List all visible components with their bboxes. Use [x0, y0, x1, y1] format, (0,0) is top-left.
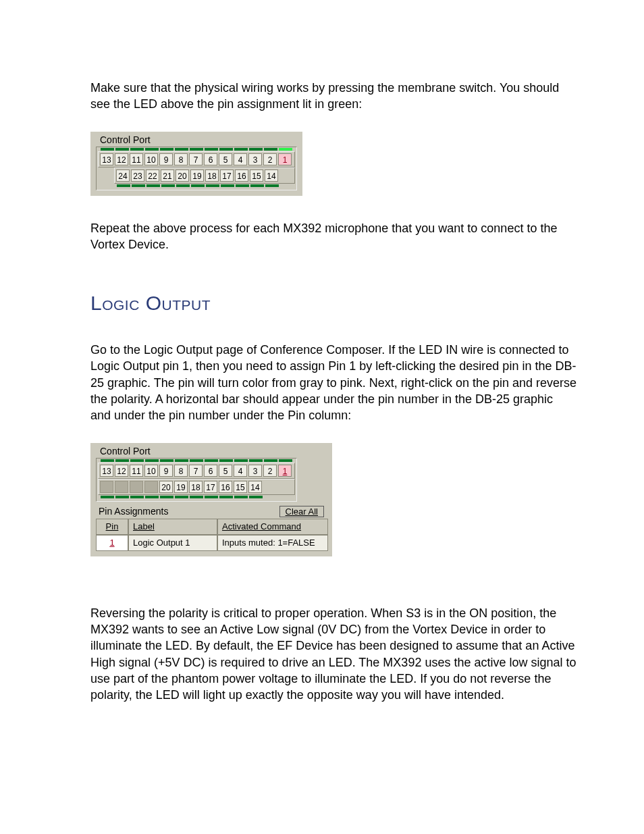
pin-12: 12 — [115, 153, 128, 165]
pin-row-bottom: 2423222120191817161514 — [114, 167, 295, 184]
led-indicator — [145, 459, 159, 462]
led-indicator — [234, 496, 248, 498]
led-indicator — [205, 148, 218, 151]
pin-19: 19 — [174, 481, 188, 493]
pin-11: 11 — [130, 153, 143, 165]
pin-1: 1 — [278, 153, 292, 165]
pin-14: 14 — [265, 170, 278, 182]
db25-connector: 13121110987654321 20191817161514 — [96, 458, 297, 502]
column-activated-command: Activated Command Inputs muted: 1=FALSE — [217, 519, 328, 551]
led-indicator — [175, 148, 188, 151]
cell-pin: 1 — [96, 535, 128, 551]
pin-5: 5 — [219, 465, 232, 477]
pin-4: 4 — [234, 153, 247, 165]
pin-16: 16 — [219, 481, 232, 493]
control-port-title: Control Port — [96, 134, 297, 145]
led-indicator — [175, 496, 188, 498]
led-indicator — [219, 148, 233, 151]
pin-20: 20 — [176, 170, 189, 182]
led-indicator — [130, 148, 144, 151]
led-row-bottom — [98, 496, 295, 498]
led-indicator — [175, 459, 188, 462]
pin-10: 10 — [144, 153, 158, 165]
pin-22: 22 — [146, 170, 159, 182]
pin-23: 23 — [131, 170, 144, 182]
column-label: Label Logic Output 1 — [128, 519, 217, 551]
pin-17: 17 — [204, 481, 217, 493]
pin-13: 13 — [100, 465, 113, 477]
led-indicator — [250, 184, 264, 187]
led-indicator — [205, 496, 218, 498]
led-indicator — [249, 459, 263, 462]
led-indicator — [161, 184, 175, 187]
pin-1: 1 — [278, 465, 292, 477]
led-indicator — [101, 148, 114, 151]
led-indicator — [160, 459, 173, 462]
led-indicator — [206, 184, 219, 187]
led-indicator — [205, 459, 218, 462]
pin-blank — [144, 481, 158, 493]
pin-4: 4 — [234, 465, 247, 477]
pin-24: 24 — [116, 170, 130, 182]
led-indicator — [264, 459, 277, 462]
pin-15: 15 — [234, 481, 247, 493]
pin-8: 8 — [174, 153, 188, 165]
control-port-figure-2: Control Port 13121110987654321 201918171… — [90, 443, 332, 556]
led-indicator — [264, 148, 277, 151]
pin-9: 9 — [159, 153, 173, 165]
led-indicator — [117, 184, 130, 187]
paragraph-intro-1: Make sure that the physical wiring works… — [90, 80, 576, 113]
pin-assignments-label: Pin Assignments — [99, 506, 169, 517]
led-indicator — [279, 148, 292, 151]
pin-7: 7 — [189, 153, 203, 165]
pin-7: 7 — [189, 465, 203, 477]
pin-blank — [115, 481, 128, 493]
pin-20: 20 — [159, 481, 173, 493]
led-indicator — [176, 184, 190, 187]
led-indicator — [191, 184, 205, 187]
cell-label: Logic Output 1 — [128, 535, 217, 551]
pin-5: 5 — [219, 153, 232, 165]
led-indicator — [145, 148, 159, 151]
clear-all-button[interactable]: Clear All — [279, 506, 324, 517]
pin-21: 21 — [161, 170, 174, 182]
led-indicator — [190, 148, 203, 151]
paragraph-logic-2: Reversing the polarity is critical to pr… — [90, 605, 576, 704]
led-indicator — [130, 459, 144, 462]
logic-output-heading: Logic Output — [90, 292, 576, 315]
pin-3: 3 — [248, 465, 262, 477]
pin-17: 17 — [220, 170, 234, 182]
led-indicator — [249, 496, 263, 498]
led-indicator — [132, 184, 145, 187]
led-indicator — [279, 459, 292, 462]
led-indicator — [145, 496, 159, 498]
led-indicator — [146, 184, 160, 187]
paragraph-intro-2: Repeat the above process for each MX392 … — [90, 220, 576, 253]
pin-9: 9 — [159, 465, 173, 477]
led-indicator — [115, 496, 129, 498]
pin-6: 6 — [204, 153, 217, 165]
pin-row-top: 13121110987654321 — [98, 463, 295, 479]
led-indicator — [234, 148, 248, 151]
pin-assignments-bar: Pin Assignments Clear All — [96, 506, 327, 517]
led-indicator — [221, 184, 234, 187]
led-indicator — [249, 148, 263, 151]
pin-6: 6 — [204, 465, 217, 477]
led-indicator — [219, 496, 233, 498]
pin-11: 11 — [130, 465, 143, 477]
pin-19: 19 — [190, 170, 204, 182]
column-pin: Pin 1 — [96, 519, 128, 551]
pin-12: 12 — [115, 465, 128, 477]
led-row-top — [98, 459, 295, 462]
cell-activated-command: Inputs muted: 1=FALSE — [217, 535, 328, 551]
led-indicator — [115, 459, 129, 462]
header-pin: Pin — [96, 519, 128, 535]
pin-18: 18 — [205, 170, 219, 182]
led-indicator — [115, 148, 129, 151]
pin-16: 16 — [235, 170, 248, 182]
pin-10: 10 — [144, 465, 158, 477]
led-indicator — [160, 148, 173, 151]
led-row-top — [98, 148, 295, 151]
led-indicator — [190, 496, 203, 498]
paragraph-logic-1: Go to the Logic Output page of Conferenc… — [90, 342, 576, 423]
